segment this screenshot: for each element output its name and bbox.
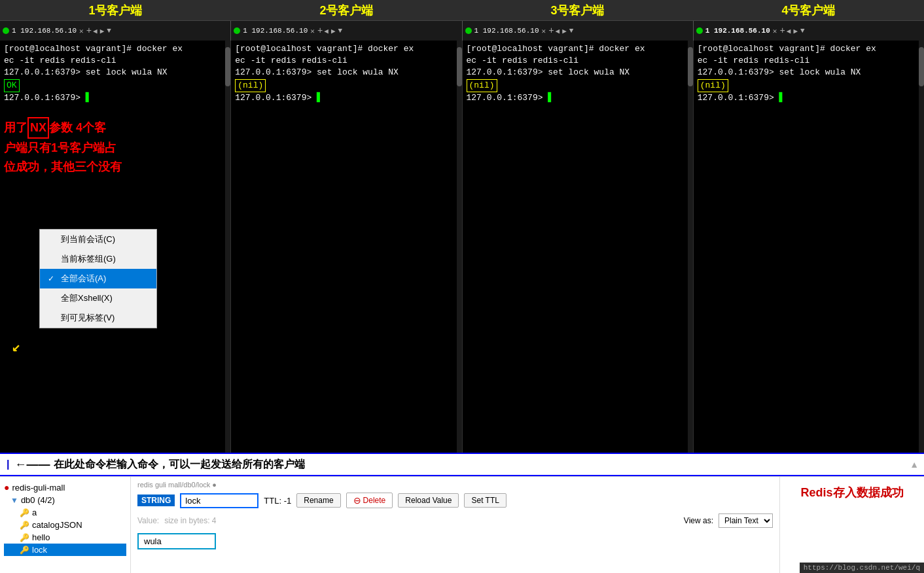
term4-line2: ec -it redis redis-cli [698, 55, 920, 67]
tree-db-label: db0 (4/2) [21, 495, 55, 505]
tab-add-1[interactable]: + [86, 26, 92, 36]
tree-item-lock[interactable]: 🔑 lock [4, 544, 126, 556]
delete-button[interactable]: ⊖ Delete [346, 493, 393, 508]
scrollbar-arrow[interactable]: ▲ [910, 459, 919, 470]
tab-add-2[interactable]: + [317, 26, 323, 36]
type-badge: STRING [137, 495, 175, 506]
terminal-3[interactable]: [root@localhost vagrant]# docker ex ec -… [463, 41, 694, 453]
term1-line1: [root@localhost vagrant]# docker ex [4, 43, 226, 55]
editor-row1: STRING TTL: -1 Rename ⊖ Delete Reload Va… [137, 493, 773, 508]
success-panel: Redis存入数据成功 [780, 477, 924, 573]
tree-label-a: a [32, 508, 37, 517]
annotation-text1: 用了 [4, 121, 27, 134]
term3-result: (nil) [467, 79, 689, 92]
ttl-label: TTL: -1 [264, 496, 291, 506]
tab-nav-left-2[interactable]: ◀ [324, 27, 329, 35]
tab-1[interactable]: 1 192.168.56.10 ✕ + ◀ ▶ ▼ [0, 21, 231, 41]
value-label: Value: [137, 516, 159, 525]
menu-item-all-sessions[interactable]: ✓ 全部会话(A) [40, 269, 156, 288]
term2-line1: [root@localhost vagrant]# docker ex [235, 43, 457, 55]
menu-label-all-sessions: 全部会话(A) [61, 273, 106, 285]
tree-label-lock: lock [32, 545, 47, 555]
context-menu: 到当前会话(C) 当前标签组(G) ✓ 全部会话(A) 全部Xshell(X) … [39, 229, 157, 328]
tab-nav-right-3[interactable]: ▶ [562, 27, 567, 35]
term4-line3: 127.0.0.1:6379> set lock wula NX [698, 67, 920, 78]
tab-nav-left-3[interactable]: ◀ [556, 27, 560, 35]
url-bar: https://blog.csdn.net/wei/q [800, 563, 924, 573]
tree-db[interactable]: ▼ db0 (4/2) [4, 494, 126, 506]
tree-item-hello[interactable]: 🔑 hello [4, 531, 126, 544]
tab-3[interactable]: 1 192.168.56.10 ✕ + ◀ ▶ ▼ [463, 21, 694, 41]
tab-dot-3 [465, 27, 472, 34]
value-size-hint: size in bytes: 4 [164, 516, 216, 525]
tab-nav-left-4[interactable]: ◀ [787, 27, 791, 35]
term3-line1: [root@localhost vagrant]# docker ex [467, 43, 689, 55]
tab-close-3[interactable]: ✕ [542, 27, 546, 35]
term4-line1: [root@localhost vagrant]# docker ex [698, 43, 920, 55]
terminal4-scrollbar-thumb [919, 47, 924, 86]
menu-item-visible-tabs[interactable]: 到可见标签(V) [40, 308, 156, 328]
rename-button[interactable]: Rename [296, 493, 340, 508]
delete-icon: ⊖ [353, 495, 361, 506]
tab-dropdown-2[interactable]: ▼ [338, 27, 343, 35]
tree-item-catalogjson[interactable]: 🔑 catalogJSON [4, 519, 126, 531]
menu-item-all-xshell[interactable]: 全部Xshell(X) [40, 288, 156, 308]
tab-nav-right-2[interactable]: ▶ [331, 27, 336, 35]
menu-item-current-tab-group[interactable]: 当前标签组(G) [40, 249, 156, 269]
term3-line2: ec -it redis redis-cli [467, 55, 689, 67]
terminal-2[interactable]: [root@localhost vagrant]# docker ex ec -… [231, 41, 462, 453]
client2-label: 2号客户端 [231, 3, 462, 18]
tab-dot-1 [3, 27, 9, 34]
terminal4-scrollbar[interactable] [919, 41, 924, 453]
tab-add-4[interactable]: + [779, 26, 785, 36]
annotation-text3: 户端只有1号客户端占 [4, 141, 116, 154]
arrow-annotation-text: 在此处命令栏输入命令，可以一起发送给所有的客户端 [54, 458, 305, 472]
tab-text-4: 1 192.168.56.10 [705, 27, 770, 35]
tab-nav-right-1[interactable]: ▶ [100, 27, 105, 35]
term2-prompt: 127.0.0.1:6379> ▋ [235, 92, 457, 104]
client4-label: 4号客户端 [693, 3, 924, 18]
term1-line3: 127.0.0.1:6379> set lock wula NX [4, 67, 226, 78]
tab-2[interactable]: 1 192.168.56.10 ✕ + ◀ ▶ ▼ [231, 21, 462, 41]
terminal1-scrollbar[interactable] [225, 41, 230, 453]
terminals-container: [root@localhost vagrant]# docker ex ec -… [0, 41, 924, 453]
tab-nav-right-4[interactable]: ▶ [793, 27, 798, 35]
nil-badge-2: (nil) [235, 79, 266, 92]
tree-root[interactable]: ● redis-guli-mall [4, 481, 126, 494]
view-as-select[interactable]: Plain Text JSON Hex [719, 513, 773, 528]
tree-label-catalog: catalogJSON [32, 520, 82, 530]
delete-label: Delete [363, 496, 386, 505]
terminal-4[interactable]: [root@localhost vagrant]# docker ex ec -… [694, 41, 924, 453]
value-input[interactable] [137, 533, 216, 549]
tab-4[interactable]: 1 192.168.56.10 ✕ + ◀ ▶ ▼ [694, 21, 924, 41]
terminal-1[interactable]: [root@localhost vagrant]# docker ex ec -… [0, 41, 231, 453]
tree-item-a[interactable]: 🔑 a [4, 506, 126, 519]
reload-value-button[interactable]: Reload Value [398, 493, 459, 508]
tab-dropdown-1[interactable]: ▼ [107, 27, 111, 35]
tab-close-2[interactable]: ✕ [310, 27, 315, 35]
menu-label-visible-tabs: 到可见标签(V) [61, 312, 115, 324]
set-ttl-button[interactable]: Set TTL [464, 493, 506, 508]
tab-add-3[interactable]: + [548, 26, 554, 36]
file-tree-panel: ● redis-guli-mall ▼ db0 (4/2) 🔑 a 🔑 cata… [0, 477, 131, 573]
terminal2-scrollbar[interactable] [457, 41, 462, 453]
term2-result: (nil) [235, 79, 457, 92]
term1-line2: ec -it redis redis-cli [4, 55, 226, 67]
tab-close-1[interactable]: ✕ [79, 27, 84, 35]
terminal2-scrollbar-thumb [457, 47, 462, 86]
key-icon-lock: 🔑 [20, 546, 29, 555]
menu-item-current-session[interactable]: 到当前会话(C) [40, 230, 156, 249]
terminal1-annotation: 用了NX参数 4个客 户端只有1号客户端占 位成功，其他三个没有 [4, 117, 226, 176]
tab-nav-left-1[interactable]: ◀ [93, 27, 98, 35]
key-icon-hello: 🔑 [20, 533, 29, 542]
nil-badge-3: (nil) [467, 79, 497, 92]
tab-dropdown-4[interactable]: ▼ [800, 27, 805, 35]
nil-badge-4: (nil) [698, 79, 728, 92]
tab-close-4[interactable]: ✕ [773, 27, 777, 35]
term2-line2: ec -it redis redis-cli [235, 55, 457, 67]
tab-dropdown-3[interactable]: ▼ [569, 27, 574, 35]
terminal3-scrollbar[interactable] [688, 41, 693, 453]
key-input[interactable] [180, 493, 258, 508]
tab-text-3: 1 192.168.56.10 [474, 27, 539, 35]
arrow-annotation-bar: | ←—— 在此处命令栏输入命令，可以一起发送给所有的客户端 ▲ [0, 453, 924, 476]
